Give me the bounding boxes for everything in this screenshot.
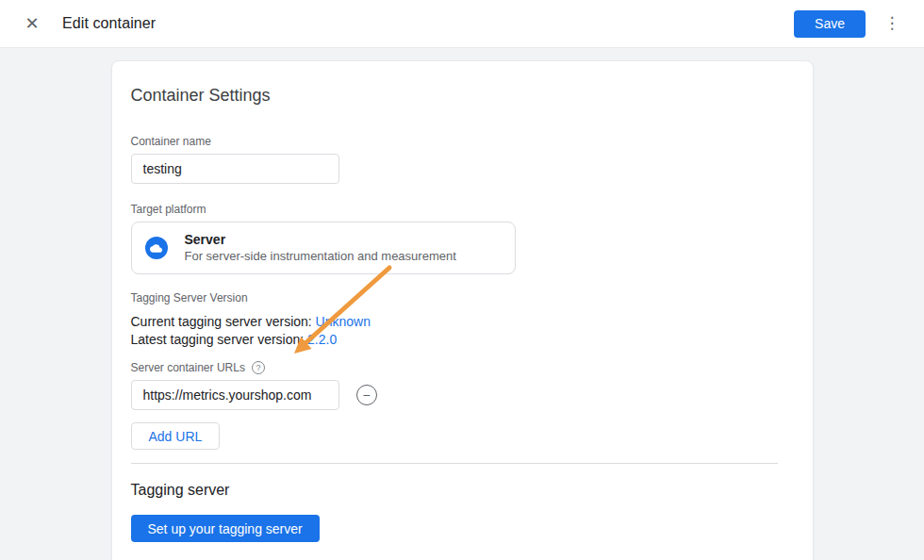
latest-version-text: Latest tagging server version: [131,332,308,347]
current-version-line: Current tagging server version: Unknown [131,313,794,331]
tagging-server-version-label: Tagging Server Version [131,291,794,305]
current-version-link[interactable]: Unknown [316,314,371,329]
server-url-row: − [131,380,794,410]
overflow-menu-button[interactable]: ⋮ [879,10,905,37]
kebab-menu-icon: ⋮ [884,14,900,32]
card-title: Container Settings [131,84,794,107]
container-name-label: Container name [131,135,794,148]
page-body: Container Settings Container name Target… [0,60,924,560]
help-icon[interactable]: ? [252,361,265,374]
close-icon: ✕ [25,14,39,33]
close-button[interactable]: ✕ [21,12,43,35]
platform-option-server[interactable]: Server For server-side instrumentation a… [131,222,516,274]
platform-option-title: Server [185,232,456,248]
target-platform-label: Target platform [131,203,794,216]
container-settings-card: Container Settings Container name Target… [111,60,814,560]
server-urls-label-row: Server container URLs ? [131,361,794,374]
help-glyph: ? [256,363,260,372]
server-url-input[interactable] [131,380,339,410]
current-version-text: Current tagging server version: [131,314,316,329]
version-info: Current tagging server version: Unknown … [131,313,794,349]
section-divider [131,463,778,464]
latest-version-line: Latest tagging server version: 2.2.0 [131,331,794,349]
page-title: Edit container [62,15,156,32]
server-cloud-icon [145,237,168,259]
server-urls-label: Server container URLs [131,361,245,374]
save-button[interactable]: Save [794,10,866,38]
top-bar: ✕ Edit container Save ⋮ [0,0,924,48]
minus-icon: − [362,387,370,403]
platform-option-text: Server For server-side instrumentation a… [185,232,456,264]
container-name-input[interactable] [131,154,339,184]
tagging-server-heading: Tagging server [131,480,794,500]
platform-option-description: For server-side instrumentation and meas… [185,248,456,264]
latest-version-link[interactable]: 2.2.0 [307,332,337,347]
setup-tagging-server-button[interactable]: Set up your tagging server [131,515,320,542]
add-url-button[interactable]: Add URL [131,422,221,450]
remove-url-button[interactable]: − [356,385,377,405]
